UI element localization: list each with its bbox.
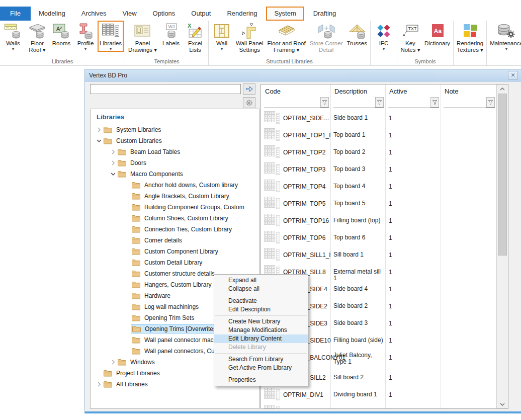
dialog-titlebar[interactable]: Vertex BD Pro × — [85, 69, 521, 82]
table-row-optrim-top5[interactable]: OPTRIM_TOP5Top board 51 — [261, 195, 496, 212]
ribbon-button-floor-roof[interactable]: FloorRoof ▾ — [25, 21, 49, 53]
filter-input-description[interactable] — [333, 108, 384, 108]
chevron-collapsed-icon[interactable] — [109, 148, 118, 155]
menu-item-edit-description[interactable]: Edit Description — [214, 305, 308, 314]
table-row-optrim-top2[interactable]: OPTRIM_TOP2Top board 21 — [261, 144, 496, 161]
tab-system[interactable]: System — [266, 7, 304, 21]
tree-item-column-shoes-custom-library[interactable]: Column Shoes, Custom Library — [91, 213, 259, 224]
chevron-collapsed-icon[interactable] — [109, 159, 118, 166]
table-row-optrim-top6[interactable]: OPTRIM_TOP6Top board 61 — [261, 229, 496, 246]
table-row-optrim-top3[interactable]: OPTRIM_TOP3Top board 31 — [261, 161, 496, 178]
close-icon[interactable]: × — [508, 71, 518, 79]
column-header-active[interactable]: Active — [385, 85, 441, 110]
cell-active: 1 — [389, 286, 392, 293]
table-row-optrim-sill1-i[interactable]: OPTRIM_SILL1_ISill board 11 — [261, 246, 496, 264]
filter-button-code[interactable] — [320, 97, 329, 108]
ribbon-button-rendering-textures[interactable]: RenderingTextures ▾ — [455, 21, 485, 53]
vertical-scrollbar[interactable] — [496, 85, 508, 408]
filter-button-description[interactable] — [375, 97, 384, 108]
labels-icon: WJ — [162, 22, 180, 40]
ribbon-button-walls[interactable]: Walls▾ — [1, 21, 25, 51]
table-row-optrim-top16[interactable]: OPTRIM_TOP16Filling board (top)1 — [261, 212, 496, 229]
tree-item-anchor-hold-downs-custom-library[interactable]: Anchor hold downs, Custom library — [91, 180, 259, 191]
tree-item-corner-details[interactable]: Corner details — [91, 235, 259, 246]
scrollbar-thumb[interactable] — [498, 94, 507, 256]
search-go-button[interactable] — [243, 83, 255, 95]
table-row-optrim-div1[interactable]: OPTRIM_DIV1Dividing board 11 — [261, 386, 496, 403]
menu-item-expand-all[interactable]: Expand all — [214, 276, 308, 285]
chevron-collapsed-icon[interactable] — [109, 359, 118, 366]
menu-item-edit-library-content[interactable]: Edit Library Content — [214, 334, 308, 343]
settings-button[interactable] — [243, 97, 255, 108]
tree-item-connection-ties-custom-library[interactable]: Connection Ties, Custom Library — [91, 224, 259, 235]
filter-button-active[interactable] — [430, 97, 439, 108]
filter-input-code[interactable] — [264, 108, 329, 108]
filter-input-active[interactable] — [388, 108, 439, 108]
ribbon-button-ifc[interactable]: IFC▾ — [372, 21, 396, 51]
tab-view[interactable]: View — [115, 7, 145, 21]
ribbon-button-dictionary[interactable]: AaDictionary — [422, 21, 452, 47]
tree-item-building-component-groups-custom[interactable]: Building Component Groups, Custom — [91, 202, 259, 213]
tree-item-system-libraries[interactable]: System Libraries — [91, 124, 259, 135]
menu-item-properties[interactable]: Properties — [214, 376, 308, 384]
tab-options[interactable]: Options — [145, 7, 184, 21]
ribbon-button-wall[interactable]: Wall▾ — [210, 21, 234, 51]
tab-output[interactable]: Output — [183, 7, 219, 21]
cell-code: OPTRIM_TOP2 — [283, 149, 325, 156]
tree-item-macro-components[interactable]: Macro Components — [91, 169, 259, 180]
ribbon-button-wall-panel-settings[interactable]: Wall PanelSettings — [234, 21, 266, 53]
scroll-down-button[interactable] — [497, 400, 508, 408]
filter-button-note[interactable] — [486, 97, 495, 108]
cell-code: OPTRIM_TOP5 — [283, 200, 325, 207]
table-row-optrim-top4[interactable]: OPTRIM_TOP4Top board 41 — [261, 178, 496, 195]
menu-item-deactivate[interactable]: Deactivate — [214, 297, 308, 305]
tree-item-doors[interactable]: Doors — [91, 157, 259, 169]
ribbon-button-floor-and-roof-framing[interactable]: Floor and RoofFraming ▾ — [266, 21, 308, 53]
menu-item-manage-modifications[interactable]: Manage Modifications — [214, 326, 308, 334]
tab-archives[interactable]: Archives — [73, 7, 115, 21]
ribbon-button-label: Key — [405, 40, 415, 47]
column-title: Code — [261, 85, 330, 95]
ribbon-button-key-notes[interactable]: TXTKeyNotes ▾ — [398, 21, 422, 53]
tree-item-angle-brackets-custom-library[interactable]: Angle Brackets, Custom Library — [91, 191, 259, 202]
menu-item-search-from-library[interactable]: Search From Library — [214, 355, 308, 364]
tree-item-custom-libraries[interactable]: Custom Libraries — [91, 135, 259, 146]
ribbon-button-libraries[interactable]: Libraries▾ — [98, 21, 124, 52]
ribbon-button-profile[interactable]: Profile▾ — [73, 21, 98, 51]
chevron-collapsed-icon[interactable] — [95, 126, 104, 133]
folder-icon — [132, 337, 142, 344]
ribbon-button-excel-lists[interactable]: XExcelLists — [183, 21, 207, 53]
table-row-optrim-side[interactable]: OPTRIM_SIDE...Side board 11 — [261, 110, 496, 127]
filter-input-note[interactable] — [444, 108, 495, 108]
ribbon-button-labels[interactable]: WJLabels — [159, 21, 183, 47]
ribbon-button-trusses[interactable]: Trusses — [344, 21, 369, 47]
chevron-expanded-icon[interactable] — [109, 171, 118, 178]
chevron-collapsed-icon[interactable] — [95, 381, 104, 388]
dropdown-caret-icon: ▾ — [383, 47, 385, 51]
tree-item-beam-load-tables[interactable]: Beam Load Tables — [91, 146, 259, 157]
table-row-optrim-top1-i[interactable]: OPTRIM_TOP1_ITop board 11 — [261, 127, 496, 144]
table-row-optrim-side[interactable]: OPTRIM_SIDE...Side board 1 (angle)1 — [261, 403, 496, 409]
ribbon-button-rooms[interactable]: A²Rooms — [49, 21, 73, 47]
tab-file[interactable]: File — [0, 7, 31, 21]
tree-item-custom-component-library[interactable]: Custom Component Library — [91, 246, 259, 257]
tab-drafting[interactable]: Drafting — [305, 7, 344, 21]
scroll-up-button[interactable] — [497, 85, 508, 93]
column-header-description[interactable]: Description — [330, 85, 385, 110]
column-header-code[interactable]: Code — [261, 85, 330, 110]
menu-item-collapse-all[interactable]: Collapse all — [214, 285, 308, 293]
cell-description: Sill board 2 — [333, 374, 384, 381]
tab-modeling[interactable]: Modeling — [31, 7, 73, 21]
rooms-icon: A² — [53, 22, 70, 40]
menu-item-create-new-library[interactable]: Create New Library — [214, 317, 308, 326]
column-header-note[interactable]: Note — [441, 85, 496, 110]
cell-description: Top board 3 — [333, 166, 384, 173]
chevron-expanded-icon[interactable] — [95, 137, 104, 144]
tree-item-custom-detail-library[interactable]: Custom Detail Library — [91, 257, 259, 268]
tab-rendering[interactable]: Rendering — [219, 7, 265, 21]
search-input[interactable] — [90, 84, 241, 94]
ribbon-button-maintenance[interactable]: Maintenance▾ — [488, 21, 521, 51]
tree-item-label: Custom Detail Library — [142, 259, 202, 266]
ribbon-button-panel-drawings[interactable]: PanelDrawings ▾ — [126, 21, 159, 53]
menu-item-get-active-from-library[interactable]: Get Active From Library — [214, 364, 308, 372]
